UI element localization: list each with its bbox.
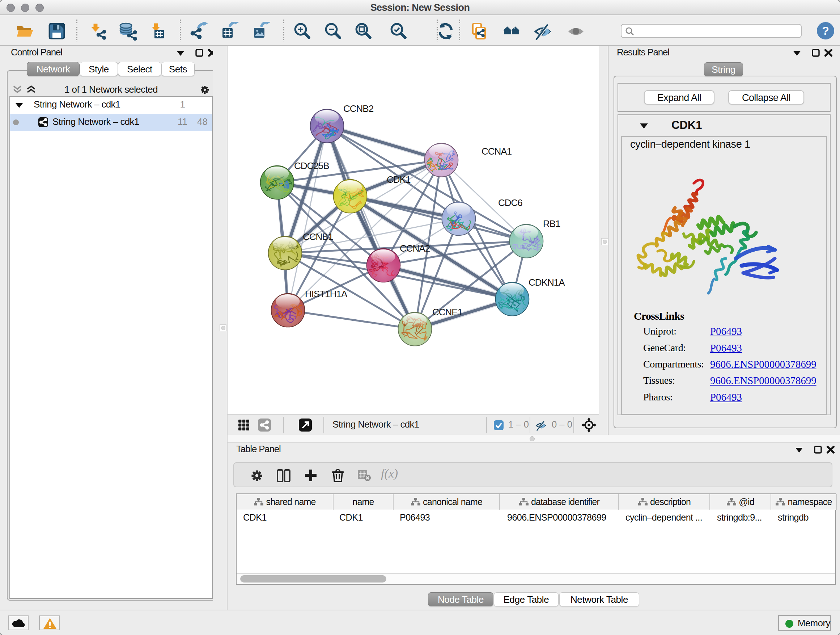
svg-text:CDK1: CDK1	[387, 174, 411, 185]
svg-text:CDC25B: CDC25B	[294, 160, 329, 171]
svg-text:CDC6: CDC6	[498, 197, 523, 208]
svg-text:CCNB1: CCNB1	[303, 231, 333, 242]
svg-text:CDKN1A: CDKN1A	[529, 277, 565, 288]
svg-text:CCNE1: CCNE1	[432, 307, 463, 318]
svg-text:HIST1H1A: HIST1H1A	[305, 288, 347, 299]
svg-text:?: ?	[822, 24, 829, 37]
svg-text:CCNA1: CCNA1	[482, 146, 512, 157]
svg-text:CCNA2: CCNA2	[400, 243, 430, 254]
svg-text:CCNB2: CCNB2	[343, 103, 374, 114]
svg-text:RB1: RB1	[543, 218, 561, 229]
